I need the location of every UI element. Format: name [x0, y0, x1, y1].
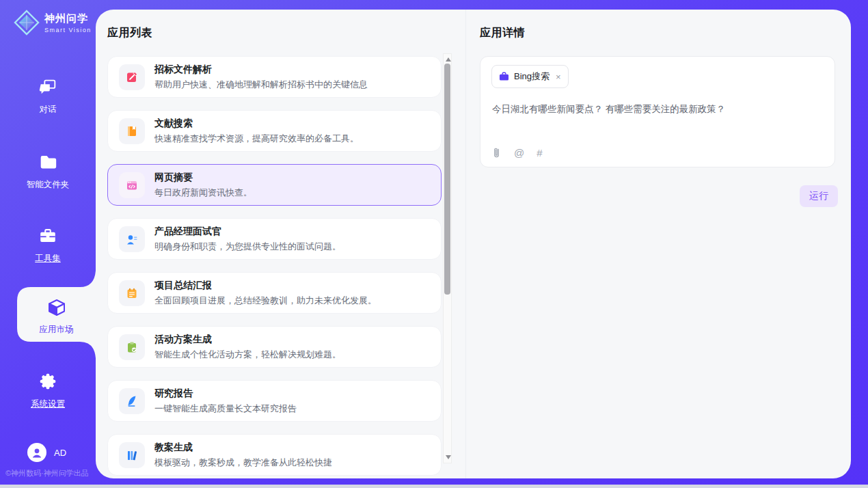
scrollbar-thumb[interactable]	[444, 64, 450, 295]
app-list-title: 应用列表	[107, 26, 152, 40]
app-card-research-report[interactable]: 研究报告 一键智能生成高质量长文本研究报告	[107, 380, 442, 422]
app-card-web-summary[interactable]: 网页摘要 每日政府新闻资讯快查。	[107, 164, 442, 206]
app-card-desc: 快速精准查找学术资源，提高研究效率的必备工具。	[154, 133, 359, 145]
hash-icon[interactable]: #	[537, 147, 542, 159]
app-window: 神州问学 Smart Vision 对话 智能文件夹	[0, 0, 868, 488]
app-card-title: 教案生成	[154, 442, 332, 454]
sidebar-item-label: 对话	[0, 104, 96, 116]
chip-close-icon[interactable]: ×	[556, 72, 561, 82]
app-icon-box	[119, 388, 145, 414]
app-icon-box	[119, 64, 145, 90]
avatar	[27, 443, 46, 462]
sidebar-footer-text: ©神州数码·神州问学出品	[5, 468, 96, 478]
app-icon-box	[119, 226, 145, 252]
app-card-desc: 每日政府新闻资讯快查。	[154, 187, 252, 199]
document-edit-icon	[125, 70, 139, 84]
book-icon	[125, 124, 139, 138]
folder-icon	[38, 152, 58, 172]
app-icon-box	[119, 280, 145, 306]
sidebar-item-toolbox[interactable]: 工具集	[0, 226, 96, 265]
app-icon-box	[119, 442, 145, 468]
app-card-title: 研究报告	[154, 388, 297, 400]
toolbox-icon	[38, 226, 58, 246]
app-card-desc: 全面回顾项目进展，总结经验教训，助力未来优化发展。	[154, 295, 377, 307]
run-button[interactable]: 运行	[800, 185, 838, 207]
bottom-edge-line	[0, 485, 868, 488]
app-card-desc: 一键智能生成高质量长文本研究报告	[154, 403, 297, 415]
app-card-desc: 智能生成个性化活动方案，轻松解决规划难题。	[154, 349, 341, 361]
brand-name: 神州问学	[44, 12, 92, 25]
scroll-up-arrow-icon[interactable]	[446, 57, 451, 62]
app-card-literature-search[interactable]: 文献搜索 快速精准查找学术资源，提高研究效率的必备工具。	[107, 110, 442, 152]
app-card-desc: 明确身份和职责，为您提供专业性的面试问题。	[154, 241, 341, 253]
app-card-desc: 模板驱动，教案秒成，教学准备从此轻松快捷	[154, 457, 332, 469]
input-toolbar: @ #	[491, 146, 543, 159]
app-card-title: 招标文件解析	[154, 64, 368, 76]
browser-icon	[125, 178, 139, 192]
quill-icon	[125, 394, 139, 408]
sidebar-item-label: 系统设置	[0, 398, 96, 410]
tool-chip-bing-search[interactable]: Bing搜索 ×	[491, 65, 569, 88]
app-icon-box	[119, 172, 145, 198]
chat-icon	[38, 77, 58, 97]
sidebar-item-label: 工具集	[0, 253, 96, 265]
sidebar: 神州问学 Smart Vision 对话 智能文件夹	[0, 0, 96, 488]
prompt-card: Bing搜索 × 今日湖北有哪些新闻要点？ 有哪些需要关注的最新政策？ @ #	[480, 56, 835, 167]
person-icon	[31, 446, 43, 459]
app-card-lesson-plan[interactable]: 教案生成 模板驱动，教案秒成，教学准备从此轻松快捷	[107, 434, 442, 476]
gear-icon	[38, 371, 58, 392]
sidebar-item-app-market[interactable]: 应用市场	[17, 287, 96, 342]
sidebar-item-settings[interactable]: 系统设置	[0, 371, 96, 410]
brand-logo: 神州问学 Smart Vision	[14, 10, 92, 36]
app-card-title: 文献搜索	[154, 118, 359, 130]
at-icon[interactable]: @	[514, 147, 524, 159]
diamond-logo-icon	[14, 10, 40, 36]
brand-subtitle: Smart Vision	[44, 27, 92, 33]
cube-icon	[46, 297, 68, 318]
app-card-title: 产品经理面试官	[154, 226, 341, 238]
app-card-title: 网页摘要	[154, 172, 252, 184]
app-card-project-summary[interactable]: 项目总结汇报 全面回顾项目进展，总结经验教训，助力未来优化发展。	[107, 272, 442, 314]
tool-chip-label: Bing搜索	[514, 70, 550, 83]
app-icon-box	[119, 118, 145, 144]
app-detail-title: 应用详情	[480, 26, 525, 40]
user-profile[interactable]: AD	[27, 443, 66, 462]
prompt-input[interactable]: 今日湖北有哪些新闻要点？ 有哪些需要关注的最新政策？	[492, 103, 820, 116]
briefcase-icon	[499, 72, 509, 81]
sidebar-item-label: 应用市场	[17, 324, 96, 336]
interviewer-icon	[125, 232, 139, 246]
sidebar-item-chat[interactable]: 对话	[0, 77, 96, 116]
app-card-title: 活动方案生成	[154, 334, 341, 346]
clipboard-check-icon	[125, 340, 139, 354]
app-icon-box	[119, 334, 145, 360]
notes-icon	[125, 286, 139, 300]
books-icon	[125, 448, 139, 462]
app-list-scrollbar[interactable]	[443, 53, 452, 463]
app-card-title: 项目总结汇报	[154, 280, 377, 292]
column-divider	[465, 10, 466, 478]
app-card-desc: 帮助用户快速、准确地理解和解析招标书中的关键信息	[154, 79, 368, 91]
scroll-down-arrow-icon[interactable]	[446, 455, 451, 459]
app-card-event-plan[interactable]: 活动方案生成 智能生成个性化活动方案，轻松解决规划难题。	[107, 326, 442, 368]
app-card-bid-analysis[interactable]: 招标文件解析 帮助用户快速、准确地理解和解析招标书中的关键信息	[107, 56, 442, 98]
sidebar-item-label: 智能文件夹	[0, 179, 96, 191]
user-initials: AD	[54, 448, 66, 458]
app-list: 招标文件解析 帮助用户快速、准确地理解和解析招标书中的关键信息 文献搜索 快速精…	[107, 56, 442, 476]
paperclip-icon[interactable]	[491, 146, 502, 159]
sidebar-item-smart-folder[interactable]: 智能文件夹	[0, 152, 96, 191]
app-card-pm-interviewer[interactable]: 产品经理面试官 明确身份和职责，为您提供专业性的面试问题。	[107, 218, 442, 260]
